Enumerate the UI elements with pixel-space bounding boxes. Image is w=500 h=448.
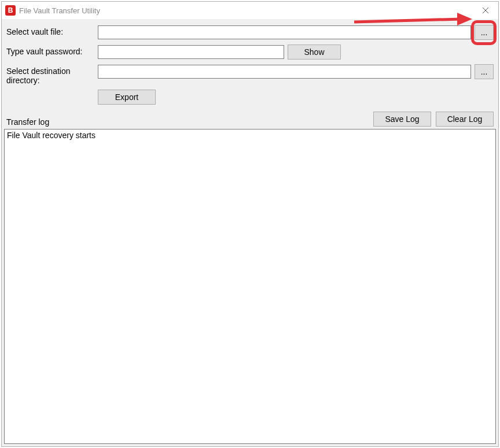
vault-file-row: Select vault file: ... (6, 25, 494, 40)
destination-browse-button[interactable]: ... (475, 64, 494, 79)
clear-log-button[interactable]: Clear Log (436, 112, 494, 127)
password-row: Type vault password: Show (6, 45, 494, 60)
password-input[interactable] (98, 45, 284, 59)
transfer-log-text[interactable]: File Vault recovery starts (4, 129, 496, 444)
vault-file-label: Select vault file: (6, 25, 98, 36)
destination-label: Select destination directory: (6, 64, 98, 85)
save-log-button[interactable]: Save Log (373, 112, 431, 127)
app-icon-letter: B (8, 7, 13, 14)
window-title: File Vault Transfer Utility (19, 6, 100, 15)
export-row: Export (6, 90, 494, 105)
export-button[interactable]: Export (98, 90, 156, 105)
close-button[interactable] (472, 2, 498, 19)
destination-input[interactable] (98, 65, 471, 79)
title-bar: B File Vault Transfer Utility (2, 2, 498, 19)
vault-browse-button[interactable]: ... (475, 25, 494, 40)
app-window: B File Vault Transfer Utility Select vau… (1, 1, 499, 447)
vault-file-input[interactable] (98, 25, 471, 39)
close-icon (483, 8, 488, 13)
app-icon: B (5, 5, 16, 16)
show-password-button[interactable]: Show (288, 45, 341, 60)
form-area: Select vault file: ... Type vault passwo… (2, 19, 498, 109)
log-header: Transfer log Save Log Clear Log (2, 109, 498, 129)
destination-row: Select destination directory: ... (6, 64, 494, 85)
password-label: Type vault password: (6, 45, 98, 56)
transfer-log-title: Transfer log (6, 117, 49, 127)
